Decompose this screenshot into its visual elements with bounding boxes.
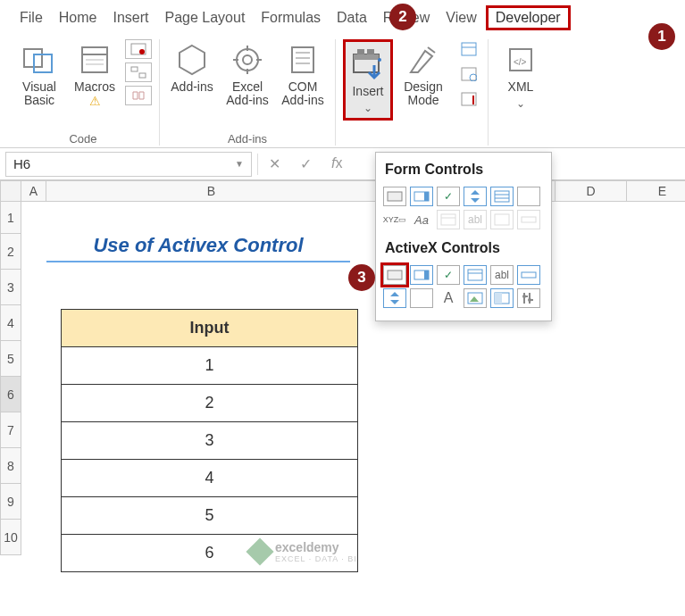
form-combo2-icon[interactable] — [490, 210, 514, 229]
insert-controls-button[interactable]: Insert ⌄ — [343, 39, 393, 121]
svg-point-12 — [243, 55, 252, 64]
run-dialog-button[interactable] — [457, 89, 480, 109]
select-all-corner[interactable] — [0, 180, 21, 202]
use-relative-refs-button[interactable] — [125, 62, 152, 82]
svg-rect-42 — [441, 214, 455, 225]
form-frame-icon[interactable] — [437, 210, 460, 229]
table-row[interactable]: 2 — [62, 385, 358, 422]
activex-more-controls-icon[interactable] — [517, 288, 540, 308]
row-header-3[interactable]: 3 — [0, 270, 21, 305]
insert-controls-icon — [349, 46, 387, 83]
addins-button[interactable]: Add-ins — [167, 39, 217, 96]
form-checkbox-icon[interactable]: ✓ — [437, 187, 460, 206]
name-box-dropdown-icon[interactable]: ▼ — [235, 159, 244, 169]
row-headers[interactable]: 12345678910 — [0, 202, 21, 555]
activex-spin-icon[interactable] — [383, 288, 406, 308]
row-header-8[interactable]: 8 — [0, 448, 21, 484]
form-spin-icon[interactable] — [464, 187, 487, 206]
form-option-icon[interactable] — [517, 187, 540, 206]
enter-formula-icon[interactable]: ✓ — [300, 155, 312, 172]
svg-point-59 — [528, 298, 531, 302]
record-macro-button[interactable] — [125, 39, 152, 59]
xml-icon: </> — [502, 41, 539, 79]
chevron-down-icon: ⌄ — [516, 97, 525, 110]
col-header-B[interactable]: B — [46, 180, 377, 202]
activex-image-icon[interactable] — [464, 288, 487, 308]
svg-rect-39 — [495, 191, 509, 202]
form-scrollbar-icon[interactable] — [517, 210, 540, 229]
tab-home[interactable]: Home — [52, 8, 104, 28]
activex-checkbox-icon[interactable]: ✓ — [437, 265, 460, 285]
column-headers[interactable]: ABCDE — [21, 180, 685, 202]
design-mode-icon — [405, 41, 442, 79]
tab-view[interactable]: View — [439, 8, 483, 28]
form-label-icon[interactable]: Aa — [410, 210, 433, 229]
tab-data[interactable]: Data — [330, 8, 374, 28]
form-button-icon[interactable] — [383, 187, 406, 206]
svg-rect-51 — [522, 272, 536, 278]
activex-scrollbar-icon[interactable] — [517, 265, 540, 285]
xml-button[interactable]: </> XML ⌄ — [496, 39, 546, 112]
com-addins-label: COM Add-ins — [280, 80, 326, 108]
visual-basic-button[interactable]: Visual Basic — [14, 39, 64, 110]
design-mode-button[interactable]: Design Mode — [398, 39, 448, 110]
design-mode-label: Design Mode — [400, 80, 447, 108]
activex-toggle-icon[interactable] — [490, 288, 514, 308]
macros-button[interactable]: Macros ⚠ — [70, 39, 120, 112]
svg-rect-23 — [357, 49, 364, 54]
row-header-1[interactable]: 1 — [0, 202, 21, 234]
col-header-D[interactable]: D — [556, 180, 627, 202]
activex-label-icon[interactable]: A — [437, 288, 460, 308]
table-row[interactable]: 3 — [62, 422, 358, 460]
code-small-buttons — [125, 39, 152, 105]
col-header-A[interactable]: A — [21, 180, 46, 202]
table-row[interactable]: 4 — [62, 460, 358, 497]
tab-developer[interactable]: Developer — [486, 5, 571, 30]
form-listbox-icon[interactable] — [490, 187, 514, 206]
row-header-9[interactable]: 9 — [0, 484, 21, 520]
table-row[interactable]: 5 — [62, 497, 358, 535]
col-header-E[interactable]: E — [627, 180, 685, 202]
form-combobox-icon[interactable] — [410, 187, 433, 206]
table-row[interactable]: 1 — [62, 347, 358, 385]
name-box[interactable]: H6 ▼ — [5, 152, 252, 177]
svg-point-58 — [522, 295, 526, 298]
tab-file[interactable]: File — [13, 8, 50, 28]
worksheet[interactable]: ABCDE 12345678910 Use of Activex Control… — [0, 180, 685, 573]
visual-basic-icon — [21, 41, 58, 79]
svg-marker-10 — [180, 46, 205, 74]
tab-insert[interactable]: Insert — [105, 8, 155, 28]
activex-option-icon[interactable] — [410, 288, 433, 308]
step-badge-3: 3 — [348, 264, 375, 291]
group-addins-label: Add-ins — [228, 129, 267, 146]
group-code-label: Code — [69, 129, 96, 146]
row-header-4[interactable]: 4 — [0, 305, 21, 341]
tab-formulas[interactable]: Formulas — [254, 8, 328, 28]
group-controls: Insert ⌄ Design Mode Controls — [336, 39, 489, 146]
macro-security-button[interactable] — [125, 86, 152, 105]
activex-combobox-icon[interactable] — [410, 265, 433, 285]
row-header-2[interactable]: 2 — [0, 234, 21, 270]
form-textbox-icon[interactable]: abl — [464, 210, 487, 229]
row-header-5[interactable]: 5 — [0, 341, 21, 377]
com-addins-button[interactable]: COM Add-ins — [278, 39, 328, 110]
cancel-formula-icon[interactable]: ✕ — [269, 155, 280, 172]
svg-text:</>: </> — [514, 57, 527, 67]
watermark: exceldemy EXCEL · DATA · BI — [250, 540, 357, 563]
form-groupbox-icon[interactable]: XYZ▭ — [383, 210, 406, 229]
row-header-7[interactable]: 7 — [0, 412, 21, 448]
insert-function-icon[interactable]: fx — [331, 155, 342, 172]
tab-page-layout[interactable]: Page Layout — [157, 8, 252, 28]
chevron-down-icon: ⌄ — [363, 102, 372, 114]
activex-listbox-icon[interactable] — [464, 265, 487, 285]
activex-command-button-icon[interactable] — [383, 265, 406, 285]
macros-icon — [76, 41, 113, 79]
view-code-button[interactable] — [457, 64, 480, 84]
properties-button[interactable] — [457, 39, 480, 59]
svg-marker-52 — [390, 292, 399, 296]
excel-addins-button[interactable]: Excel Add-ins — [222, 39, 272, 110]
row-header-6[interactable]: 6 — [0, 377, 21, 412]
ribbon: Visual Basic Macros ⚠ Code — [0, 34, 685, 148]
activex-textbox-icon[interactable]: abl — [490, 265, 514, 285]
row-header-10[interactable]: 10 — [0, 520, 21, 555]
